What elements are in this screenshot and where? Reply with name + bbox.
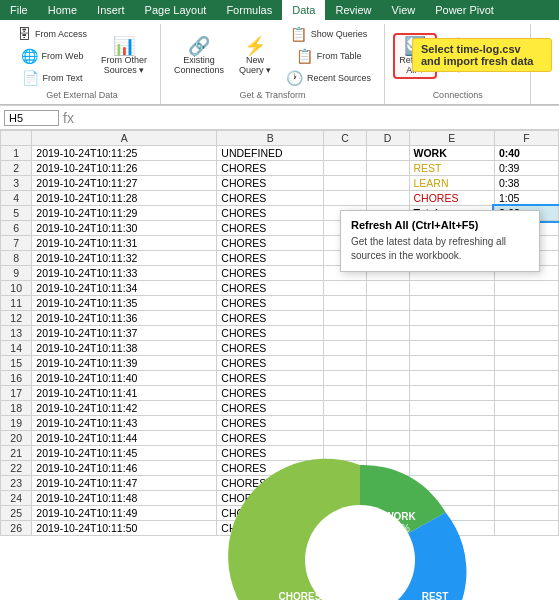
cell-a5[interactable]: 2019-10-24T10:11:29 — [32, 206, 217, 221]
table-row[interactable]: 172019-10-24T10:11:41CHORES — [1, 386, 559, 401]
table-row[interactable]: 112019-10-24T10:11:35CHORES — [1, 296, 559, 311]
cell-c1[interactable] — [324, 146, 367, 161]
cell-a24[interactable]: 2019-10-24T10:11:48 — [32, 491, 217, 506]
from-access-button[interactable]: 🗄 From Access — [12, 24, 92, 44]
cell-a1[interactable]: 2019-10-24T10:11:25 — [32, 146, 217, 161]
tab-file[interactable]: File — [0, 0, 38, 20]
table-row[interactable]: 152019-10-24T10:11:39CHORES — [1, 356, 559, 371]
cell-c18[interactable] — [324, 401, 367, 416]
table-row[interactable]: 162019-10-24T10:11:40CHORES — [1, 371, 559, 386]
cell-d16[interactable] — [366, 371, 409, 386]
cell-b17[interactable]: CHORES — [217, 386, 324, 401]
cell-c3[interactable] — [324, 176, 367, 191]
table-row[interactable]: 142019-10-24T10:11:38CHORES — [1, 341, 559, 356]
table-row[interactable]: 102019-10-24T10:11:34CHORES — [1, 281, 559, 296]
cell-f15[interactable] — [494, 356, 558, 371]
tab-data[interactable]: Data — [282, 0, 325, 20]
cell-f17[interactable] — [494, 386, 558, 401]
cell-b3[interactable]: CHORES — [217, 176, 324, 191]
cell-f14[interactable] — [494, 341, 558, 356]
cell-b16[interactable]: CHORES — [217, 371, 324, 386]
cell-b8[interactable]: CHORES — [217, 251, 324, 266]
from-web-button[interactable]: 🌐 From Web — [12, 46, 92, 66]
cell-a6[interactable]: 2019-10-24T10:11:30 — [32, 221, 217, 236]
cell-f18[interactable] — [494, 401, 558, 416]
cell-d4[interactable] — [366, 191, 409, 206]
cell-b10[interactable]: CHORES — [217, 281, 324, 296]
cell-f10[interactable] — [494, 281, 558, 296]
cell-d18[interactable] — [366, 401, 409, 416]
tab-page-layout[interactable]: Page Layout — [135, 0, 217, 20]
cell-e2[interactable]: REST — [409, 161, 494, 176]
cell-d15[interactable] — [366, 356, 409, 371]
cell-a9[interactable]: 2019-10-24T10:11:33 — [32, 266, 217, 281]
cell-a17[interactable]: 2019-10-24T10:11:41 — [32, 386, 217, 401]
col-header-d[interactable]: D — [366, 131, 409, 146]
cell-e15[interactable] — [409, 356, 494, 371]
cell-b14[interactable]: CHORES — [217, 341, 324, 356]
cell-d1[interactable] — [366, 146, 409, 161]
tab-home[interactable]: Home — [38, 0, 87, 20]
cell-a3[interactable]: 2019-10-24T10:11:27 — [32, 176, 217, 191]
cell-c11[interactable] — [324, 296, 367, 311]
cell-d11[interactable] — [366, 296, 409, 311]
cell-c14[interactable] — [324, 341, 367, 356]
cell-e16[interactable] — [409, 371, 494, 386]
cell-c16[interactable] — [324, 371, 367, 386]
cell-e13[interactable] — [409, 326, 494, 341]
cell-d2[interactable] — [366, 161, 409, 176]
cell-d13[interactable] — [366, 326, 409, 341]
cell-c2[interactable] — [324, 161, 367, 176]
table-row[interactable]: 22019-10-24T10:11:26CHORESREST0:39 — [1, 161, 559, 176]
cell-c13[interactable] — [324, 326, 367, 341]
cell-d3[interactable] — [366, 176, 409, 191]
cell-a13[interactable]: 2019-10-24T10:11:37 — [32, 326, 217, 341]
col-header-a[interactable]: A — [32, 131, 217, 146]
cell-b13[interactable]: CHORES — [217, 326, 324, 341]
cell-a4[interactable]: 2019-10-24T10:11:28 — [32, 191, 217, 206]
cell-b4[interactable]: CHORES — [217, 191, 324, 206]
new-query-button[interactable]: ⚡ NewQuery ▾ — [233, 34, 277, 78]
cell-a23[interactable]: 2019-10-24T10:11:47 — [32, 476, 217, 491]
table-row[interactable]: 32019-10-24T10:11:27CHORESLEARN0:38 — [1, 176, 559, 191]
cell-b1[interactable]: UNDEFINED — [217, 146, 324, 161]
cell-e17[interactable] — [409, 386, 494, 401]
cell-e12[interactable] — [409, 311, 494, 326]
cell-a21[interactable]: 2019-10-24T10:11:45 — [32, 446, 217, 461]
cell-c4[interactable] — [324, 191, 367, 206]
cell-f16[interactable] — [494, 371, 558, 386]
cell-a12[interactable]: 2019-10-24T10:11:36 — [32, 311, 217, 326]
cell-b2[interactable]: CHORES — [217, 161, 324, 176]
cell-f4[interactable]: 1:05 — [494, 191, 558, 206]
cell-e4[interactable]: CHORES — [409, 191, 494, 206]
tab-formulas[interactable]: Formulas — [216, 0, 282, 20]
cell-e14[interactable] — [409, 341, 494, 356]
cell-c10[interactable] — [324, 281, 367, 296]
show-queries-button[interactable]: 📋 Show Queries — [281, 24, 376, 44]
cell-a15[interactable]: 2019-10-24T10:11:39 — [32, 356, 217, 371]
cell-reference-input[interactable] — [4, 110, 59, 126]
cell-a7[interactable]: 2019-10-24T10:11:31 — [32, 236, 217, 251]
cell-b12[interactable]: CHORES — [217, 311, 324, 326]
table-row[interactable]: 182019-10-24T10:11:42CHORES — [1, 401, 559, 416]
cell-a18[interactable]: 2019-10-24T10:11:42 — [32, 401, 217, 416]
tab-view[interactable]: View — [382, 0, 426, 20]
cell-e1[interactable]: WORK — [409, 146, 494, 161]
tab-insert[interactable]: Insert — [87, 0, 135, 20]
cell-e11[interactable] — [409, 296, 494, 311]
cell-f3[interactable]: 0:38 — [494, 176, 558, 191]
cell-c17[interactable] — [324, 386, 367, 401]
cell-a14[interactable]: 2019-10-24T10:11:38 — [32, 341, 217, 356]
formula-input[interactable] — [78, 112, 555, 124]
tab-review[interactable]: Review — [325, 0, 381, 20]
table-row[interactable]: 12019-10-24T10:11:25UNDEFINEDWORK0:40 — [1, 146, 559, 161]
cell-b7[interactable]: CHORES — [217, 236, 324, 251]
cell-f12[interactable] — [494, 311, 558, 326]
from-table-button[interactable]: 📋 From Table — [281, 46, 376, 66]
cell-a11[interactable]: 2019-10-24T10:11:35 — [32, 296, 217, 311]
from-other-sources-button[interactable]: 📊 From OtherSources ▾ — [96, 24, 152, 88]
cell-c15[interactable] — [324, 356, 367, 371]
col-header-e[interactable]: E — [409, 131, 494, 146]
cell-b18[interactable]: CHORES — [217, 401, 324, 416]
cell-a10[interactable]: 2019-10-24T10:11:34 — [32, 281, 217, 296]
